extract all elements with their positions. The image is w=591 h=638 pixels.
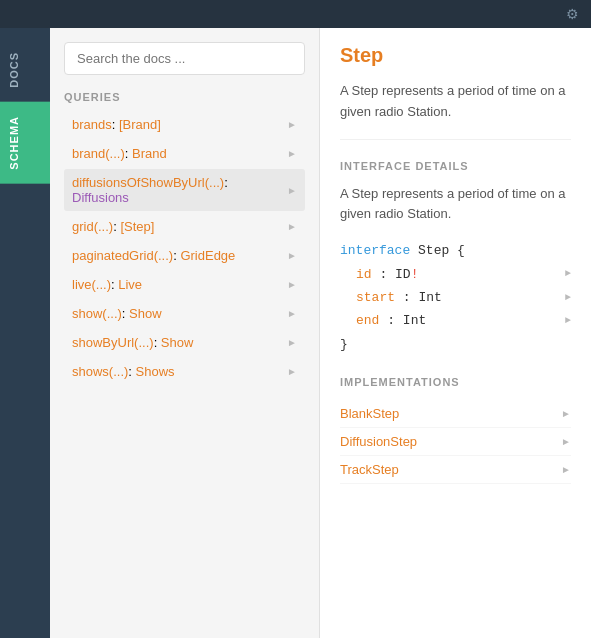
step-title: Step: [340, 44, 571, 67]
tab-docs[interactable]: DOCS: [0, 38, 50, 102]
interface-description: A Step represents a period of time on a …: [340, 184, 571, 226]
impl-arrow-blankstep: ►: [561, 408, 571, 419]
query-arrow-brand: ►: [287, 148, 297, 159]
query-arrow-paginatedgrid: ►: [287, 250, 297, 261]
impl-arrow-diffusionstep: ►: [561, 436, 571, 447]
query-item-grid[interactable]: grid(...): [Step] ►: [64, 213, 305, 240]
query-arrow-brands: ►: [287, 119, 297, 130]
code-field-start[interactable]: start : Int ►: [340, 286, 571, 309]
tab-schema[interactable]: SCHEMA: [0, 102, 50, 184]
search-container: [50, 28, 319, 85]
code-field-id[interactable]: id : ID! ►: [340, 263, 571, 286]
queries-section: QUERIES brands: [Brand] ► brand(...): Br…: [50, 85, 319, 638]
query-text-brand: brand(...): Brand: [72, 146, 167, 161]
impl-item-trackstep[interactable]: TrackStep ►: [340, 456, 571, 484]
main-layout: DOCS SCHEMA QUERIES brands: [Brand] ► br…: [0, 28, 591, 638]
code-line-open: interface Step {: [340, 239, 571, 262]
query-text-grid: grid(...): [Step]: [72, 219, 154, 234]
query-item-shows[interactable]: shows(...): Shows ►: [64, 358, 305, 385]
side-tabs: DOCS SCHEMA: [0, 28, 50, 638]
query-arrow-showbyurl: ►: [287, 337, 297, 348]
left-panel: QUERIES brands: [Brand] ► brand(...): Br…: [50, 28, 320, 638]
query-text-live: live(...): Live: [72, 277, 142, 292]
query-item-live[interactable]: live(...): Live ►: [64, 271, 305, 298]
query-item-show[interactable]: show(...): Show ►: [64, 300, 305, 327]
queries-label: QUERIES: [64, 85, 305, 111]
top-bar: ⚙: [0, 0, 591, 28]
code-block: interface Step { id : ID! ► start : Int: [340, 239, 571, 356]
right-panel: Step A Step represents a period of time …: [320, 28, 591, 638]
query-arrow-show: ►: [287, 308, 297, 319]
query-text-show: show(...): Show: [72, 306, 162, 321]
code-line-close: }: [340, 333, 571, 356]
query-text-paginatedgrid: paginatedGrid(...): GridEdge: [72, 248, 235, 263]
query-item-showbyurl[interactable]: showByUrl(...): Show ►: [64, 329, 305, 356]
interface-details-heading: INTERFACE DETAILS: [340, 160, 571, 172]
query-item-brand[interactable]: brand(...): Brand ►: [64, 140, 305, 167]
field-arrow-start: ►: [565, 289, 571, 307]
query-text-showbyurl: showByUrl(...): Show: [72, 335, 193, 350]
implementations-heading: IMPLEMENTATIONS: [340, 376, 571, 388]
step-description: A Step represents a period of time on a …: [340, 81, 571, 140]
code-field-end[interactable]: end : Int ►: [340, 309, 571, 332]
query-arrow-live: ►: [287, 279, 297, 290]
query-arrow-grid: ►: [287, 221, 297, 232]
query-arrow-diffusions: ►: [287, 185, 297, 196]
query-item-paginatedgrid[interactable]: paginatedGrid(...): GridEdge ►: [64, 242, 305, 269]
impl-item-diffusionstep[interactable]: DiffusionStep ►: [340, 428, 571, 456]
query-text-brands: brands: [Brand]: [72, 117, 161, 132]
query-text-diffusions: diffusionsOfShowByUrl(...): Diffusions: [72, 175, 287, 205]
gear-icon[interactable]: ⚙: [566, 6, 579, 22]
query-item-brands[interactable]: brands: [Brand] ►: [64, 111, 305, 138]
field-arrow-end: ►: [565, 312, 571, 330]
query-item-diffusions[interactable]: diffusionsOfShowByUrl(...): Diffusions ►: [64, 169, 305, 211]
impl-item-blankstep[interactable]: BlankStep ►: [340, 400, 571, 428]
implementations-list: BlankStep ► DiffusionStep ► TrackStep ►: [340, 400, 571, 484]
impl-arrow-trackstep: ►: [561, 464, 571, 475]
query-arrow-shows: ►: [287, 366, 297, 377]
query-text-shows: shows(...): Shows: [72, 364, 175, 379]
field-arrow-id: ►: [565, 265, 571, 283]
search-input[interactable]: [64, 42, 305, 75]
